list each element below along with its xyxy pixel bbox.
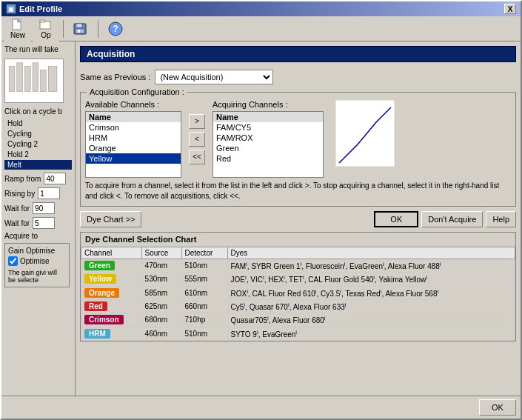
help-icon: ? — [107, 21, 124, 37]
help-dialog-button[interactable]: Help — [486, 211, 516, 227]
open-button[interactable]: Op — [33, 16, 59, 41]
acq-green[interactable]: Green — [213, 143, 323, 153]
dye-info-icon[interactable]: i — [324, 315, 326, 321]
dye-source-cell: 680nm — [141, 313, 181, 327]
channel-hrm[interactable]: HRM — [86, 133, 181, 143]
arrow-col: > < << — [186, 100, 208, 178]
dye-name: CAL Fluor Red 610 — [252, 290, 315, 298]
dye-detector-cell: 660nm — [181, 299, 227, 313]
acquisition-header: Acquisition — [80, 46, 516, 62]
dye-info-icon[interactable]: i — [288, 301, 290, 308]
acq-fam-cy5[interactable]: FAM/CY5 — [213, 122, 323, 133]
rising-by-input[interactable] — [38, 187, 60, 199]
channel-crimson[interactable]: Crimson — [86, 122, 181, 133]
move-left-button[interactable]: < — [189, 132, 205, 147]
new-button[interactable]: New — [4, 16, 31, 41]
dont-acquire-button[interactable]: Don't Acquire — [421, 211, 483, 227]
right-buttons: OK Don't Acquire Help — [374, 211, 516, 227]
save-button[interactable] — [67, 20, 94, 38]
acquisition-config-box: Acquisition Configuration : Available Ch… — [80, 92, 516, 207]
dye-info-icon[interactable]: i — [257, 329, 258, 336]
dye-channel-cell: Orange — [81, 286, 142, 299]
acq-red[interactable]: Red — [213, 153, 323, 164]
dye-name: CAL Fluor Gold 540 — [308, 276, 373, 284]
button-row: Dye Chart >> OK Don't Acquire Help — [80, 211, 516, 227]
step-list: Hold Cycling Cycling 2 Hold 2 Melt — [4, 119, 72, 170]
dye-chart-section: Dye Channel Selection Chart Channel Sour… — [80, 232, 516, 341]
dye-info-icon[interactable]: i — [340, 288, 341, 295]
dye-detector-cell: 710hp — [181, 313, 227, 327]
dye-info-icon[interactable]: i — [426, 274, 427, 281]
close-button[interactable]: X — [504, 4, 516, 14]
dye-source-cell: 530nm — [141, 273, 181, 286]
dye-dyes-cell: Quasar705i, Alexa Fluor 680i — [227, 313, 515, 327]
dye-info-icon[interactable]: i — [438, 288, 439, 295]
dye-channel-cell: Green — [81, 259, 142, 273]
bottom-ok-button[interactable]: OK — [479, 399, 516, 416]
open-label: Op — [41, 31, 50, 39]
dye-info-icon[interactable]: i — [303, 274, 304, 281]
channel-yellow[interactable]: Yellow — [86, 153, 181, 164]
dye-info-icon[interactable]: i — [381, 288, 382, 295]
dye-name: FAM — [231, 262, 247, 270]
channel-color-tag: Red — [84, 301, 107, 311]
left-panel: The run will take Click on a cycle b Hol… — [1, 41, 76, 396]
rising-by-row: Rising by — [4, 187, 72, 199]
dye-name: ROX — [231, 290, 247, 298]
dye-name: Quasar 670 — [250, 303, 288, 311]
wait-for-label-1: Wait for — [4, 204, 30, 213]
acq-fam-rox[interactable]: FAM/ROX — [213, 133, 323, 143]
dye-info-icon[interactable]: i — [383, 261, 384, 267]
dye-channel-cell: Crimson — [81, 313, 142, 327]
dye-info-icon[interactable]: i — [263, 274, 264, 281]
move-right-button[interactable]: > — [189, 114, 205, 129]
dye-info-icon[interactable]: i — [345, 301, 347, 308]
step-melt[interactable]: Melt — [4, 160, 72, 170]
svg-rect-5 — [40, 20, 44, 22]
col-dyes: Dyes — [227, 247, 515, 259]
dye-info-icon[interactable]: i — [244, 301, 245, 308]
help-button[interactable]: ? — [102, 19, 129, 39]
dye-info-icon[interactable]: i — [247, 288, 248, 295]
dye-table-row: Yellow530nm555nmJOEi, VICi, HEXi, TETi, … — [81, 273, 515, 286]
dye-info-icon[interactable]: i — [267, 315, 269, 321]
dye-info-icon[interactable]: i — [373, 274, 375, 281]
channel-orange[interactable]: Orange — [86, 143, 181, 153]
available-channels-col: Available Channels : Name Crimson HRM Or… — [85, 100, 181, 178]
dye-info-icon[interactable]: i — [344, 261, 346, 267]
dye-info-icon[interactable]: i — [295, 329, 297, 336]
dye-chart-button[interactable]: Dye Chart >> — [80, 211, 141, 227]
step-cycling[interactable]: Cycling — [4, 129, 72, 139]
dye-info-icon[interactable]: i — [284, 274, 285, 281]
dye-info-icon[interactable]: i — [440, 261, 441, 267]
dye-source-cell: 625nm — [141, 299, 181, 313]
dye-name: SYTO 9 — [231, 330, 257, 339]
available-channels-list[interactable]: Name Crimson HRM Orange Yellow — [85, 111, 181, 178]
dye-info-icon[interactable]: i — [301, 261, 302, 267]
dye-channel-cell: Yellow — [81, 273, 142, 286]
svg-rect-14 — [17, 63, 23, 92]
dye-info-icon[interactable]: i — [246, 261, 247, 267]
ramp-from-input[interactable] — [44, 173, 66, 184]
dye-dyes-cell: SYTO 9i, EvaGreeni — [227, 327, 515, 340]
wait-for-input-2[interactable] — [33, 217, 55, 229]
dye-table-row: HRM460nm510nmSYTO 9i, EvaGreeni — [81, 327, 515, 340]
same-as-dropdown[interactable]: (New Acquisition) — [155, 70, 273, 84]
ok-button[interactable]: OK — [374, 211, 418, 227]
move-all-left-button[interactable]: << — [189, 150, 205, 164]
step-cycling2[interactable]: Cycling 2 — [4, 139, 72, 149]
step-hold[interactable]: Hold — [4, 119, 72, 128]
dye-table: Channel Source Detector Dyes Green470nm5… — [81, 247, 515, 341]
ramp-from-label: Ramp from — [4, 175, 41, 183]
step-hold2[interactable]: Hold 2 — [4, 150, 72, 159]
dye-info-icon[interactable]: i — [245, 274, 247, 281]
dye-info-icon[interactable]: i — [315, 288, 317, 295]
dye-table-row: Green470nm510nmFAMi, SYBR Green 1i, Fluo… — [81, 259, 515, 273]
dye-name: Alexa Fluor 633 — [293, 303, 345, 311]
optimise-checkbox[interactable] — [8, 256, 18, 266]
acquiring-channels-list[interactable]: Name FAM/CY5 FAM/ROX Green Red — [213, 111, 324, 178]
dye-name: Alexa Fluor 680 — [272, 317, 324, 325]
wait-for-input-1[interactable] — [33, 202, 55, 214]
dye-name: Alexa Fluor 488 — [388, 262, 440, 270]
dye-name: EvaGreen — [262, 330, 295, 339]
